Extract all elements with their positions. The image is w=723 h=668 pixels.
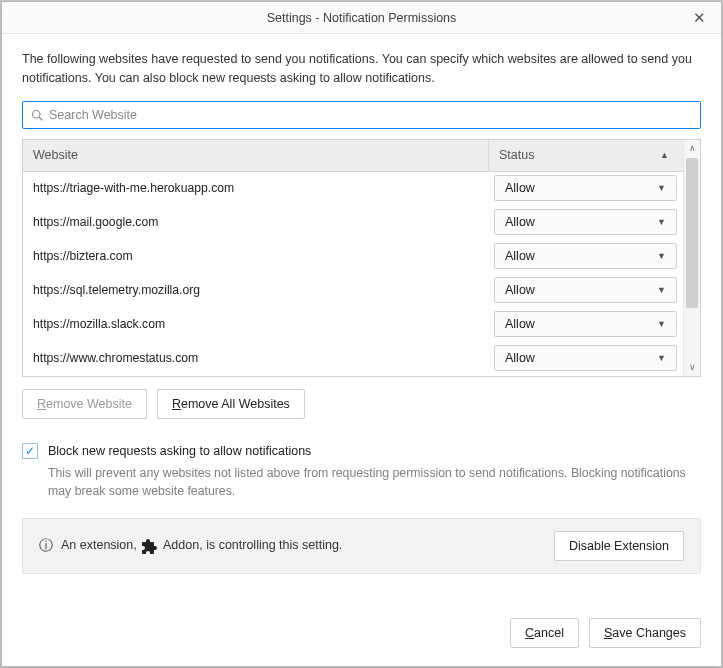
chevron-down-icon: ▼ [657, 353, 666, 363]
chevron-down-icon: ▼ [657, 285, 666, 295]
vertical-scrollbar[interactable]: ∧ ∨ [683, 140, 700, 376]
search-icon [31, 109, 43, 121]
extension-notice-text: An extension, Addon, is controlling this… [61, 538, 546, 554]
block-requests-label[interactable]: Block new requests asking to allow notif… [48, 444, 311, 458]
svg-line-1 [39, 117, 42, 120]
block-requests-checkbox[interactable]: ✓ [22, 443, 38, 459]
website-cell: https://triage-with-me.herokuapp.com [23, 181, 488, 195]
dialog-title: Settings - Notification Permissions [46, 11, 677, 25]
scroll-down-icon[interactable]: ∨ [684, 359, 700, 376]
status-dropdown[interactable]: Allow ▼ [494, 345, 677, 371]
description-text: The following websites have requested to… [22, 50, 701, 89]
table-body: https://triage-with-me.herokuapp.com All… [23, 172, 683, 376]
save-changes-button[interactable]: Save Changes [589, 618, 701, 648]
block-requests-description: This will prevent any websites not liste… [48, 465, 701, 501]
status-dropdown[interactable]: Allow ▼ [494, 311, 677, 337]
remove-buttons-row: Remove Website Remove All Websites [22, 389, 701, 419]
info-icon: ⓘ [39, 537, 53, 555]
column-header-website[interactable]: Website [23, 148, 488, 162]
website-cell: https://mozilla.slack.com [23, 317, 488, 331]
scroll-up-icon[interactable]: ∧ [684, 140, 700, 157]
svg-point-0 [33, 110, 41, 118]
settings-dialog: Settings - Notification Permissions ✕ Th… [1, 1, 722, 667]
status-dropdown[interactable]: Allow ▼ [494, 209, 677, 235]
close-button[interactable]: ✕ [677, 2, 721, 34]
table-row[interactable]: https://sql.telemetry.mozilla.org Allow … [23, 274, 683, 308]
disable-extension-button[interactable]: Disable Extension [554, 531, 684, 561]
close-icon: ✕ [693, 9, 706, 27]
table-row[interactable]: https://mozilla.slack.com Allow ▼ [23, 308, 683, 342]
status-dropdown[interactable]: Allow ▼ [494, 243, 677, 269]
search-field[interactable] [22, 101, 701, 129]
scroll-thumb[interactable] [686, 158, 698, 308]
cancel-button[interactable]: Cancel [510, 618, 579, 648]
remove-all-websites-button[interactable]: Remove All Websites [157, 389, 305, 419]
titlebar: Settings - Notification Permissions ✕ [2, 2, 721, 34]
table-row[interactable]: https://www.chromestatus.com Allow ▼ [23, 342, 683, 376]
chevron-down-icon: ▼ [657, 183, 666, 193]
extension-notice: ⓘ An extension, Addon, is controlling th… [22, 518, 701, 574]
website-cell: https://sql.telemetry.mozilla.org [23, 283, 488, 297]
status-dropdown[interactable]: Allow ▼ [494, 175, 677, 201]
chevron-down-icon: ▼ [657, 251, 666, 261]
sort-indicator-icon: ▲ [660, 150, 669, 160]
block-requests-section: ✓ Block new requests asking to allow not… [22, 443, 701, 501]
dialog-footer: Cancel Save Changes [2, 604, 721, 666]
status-dropdown[interactable]: Allow ▼ [494, 277, 677, 303]
dialog-content: The following websites have requested to… [2, 34, 721, 604]
chevron-down-icon: ▼ [657, 217, 666, 227]
puzzle-icon [142, 538, 158, 554]
column-header-status[interactable]: Status ▲ [488, 140, 683, 171]
website-cell: https://mail.google.com [23, 215, 488, 229]
table-row[interactable]: https://triage-with-me.herokuapp.com All… [23, 172, 683, 206]
search-input[interactable] [49, 108, 692, 122]
remove-website-button[interactable]: Remove Website [22, 389, 147, 419]
website-table: Website Status ▲ https://triage-with-me.… [22, 139, 701, 377]
website-cell: https://biztera.com [23, 249, 488, 263]
chevron-down-icon: ▼ [657, 319, 666, 329]
website-cell: https://www.chromestatus.com [23, 351, 488, 365]
table-header: Website Status ▲ [23, 140, 683, 172]
table-row[interactable]: https://mail.google.com Allow ▼ [23, 206, 683, 240]
check-icon: ✓ [25, 444, 35, 458]
table-row[interactable]: https://biztera.com Allow ▼ [23, 240, 683, 274]
